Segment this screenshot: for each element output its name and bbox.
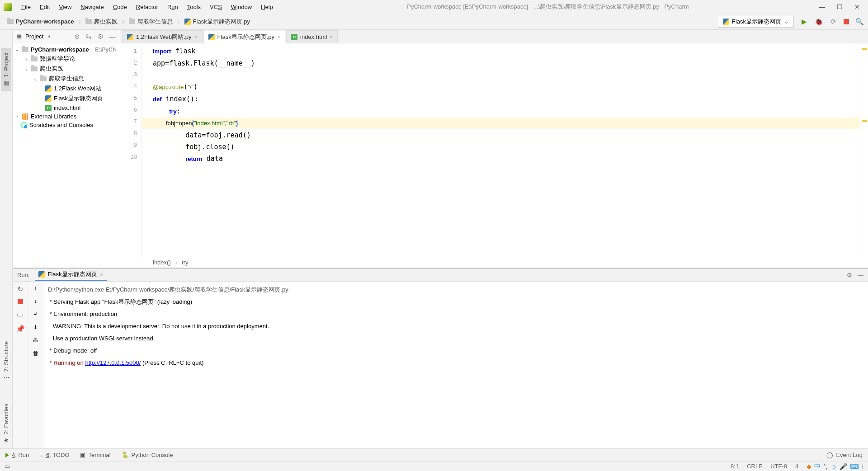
tool-tab-project[interactable]: ▦1: Project <box>1 48 11 91</box>
code-content[interactable]: import flask app=flask.Flask(__name__) @… <box>142 43 860 257</box>
run-config-label: Flask显示静态网页 <box>732 18 781 26</box>
project-panel-header: ▤ Project ▼ ⊕ ⇆ ⚙ — <box>13 30 120 43</box>
tree-scratches[interactable]: Scratches and Consoles <box>13 121 120 129</box>
warning-marker-icon[interactable] <box>862 120 867 122</box>
print-button[interactable]: 🖶 <box>33 337 38 344</box>
system-tray: ◆ 中 °, ☺ 🎤 ⌨ ⁝ <box>807 462 863 471</box>
cursor-position[interactable]: 8:1 <box>731 463 739 470</box>
up-button[interactable]: ↑ <box>34 284 37 291</box>
run-body: ↻ ▭ 📌 ↑ ↓ ⤶ ⤓ 🖶 🗑 D:\Python\python.exe E… <box>13 282 868 448</box>
editor-tab-active[interactable]: Flask显示静态网页.py× <box>203 31 285 43</box>
tray-icon[interactable]: °, <box>823 463 828 470</box>
crumb-func[interactable]: index() <box>153 259 171 266</box>
tray-icon[interactable]: 中 <box>814 462 821 471</box>
path-breadcrumbs: PyCharm-workspace › 爬虫实践 › 爬取学生信息 › Flas… <box>5 17 253 27</box>
close-icon[interactable]: × <box>277 34 280 40</box>
clear-button[interactable]: 🗑 <box>33 350 38 357</box>
crumb-block[interactable]: try <box>182 259 188 266</box>
tree-file[interactable]: Flask显示静态网页 <box>13 94 120 104</box>
pin-button[interactable]: 📌 <box>16 324 25 333</box>
error-stripe[interactable] <box>860 43 868 257</box>
settings-gear-icon[interactable]: ⚙ <box>96 33 104 41</box>
tray-icon[interactable]: ☺ <box>830 463 837 470</box>
menu-vcs[interactable]: VCS <box>206 2 226 12</box>
close-icon[interactable]: × <box>330 34 333 40</box>
menu-run[interactable]: Run <box>163 2 182 12</box>
close-button[interactable]: ✕ <box>854 3 860 10</box>
run-button[interactable]: ▶ <box>800 18 808 26</box>
warning-marker-icon[interactable] <box>862 48 867 50</box>
run-tab[interactable]: Flask显示静态网页× <box>35 269 107 281</box>
tool-tab-run[interactable]: 4: Run <box>5 452 29 458</box>
editor-tab[interactable]: 1.2Flask Web网站.py× <box>122 30 203 43</box>
python-file-icon <box>45 85 52 92</box>
hide-icon[interactable]: — <box>108 33 116 40</box>
folder-icon <box>22 47 28 52</box>
tree-folder[interactable]: ⌄爬虫实践 <box>13 64 120 74</box>
tool-tab-todo[interactable]: ≡ 6: TODO <box>40 452 69 458</box>
indent-info[interactable]: 4 <box>795 463 798 470</box>
menu-file[interactable]: File <box>17 2 35 12</box>
chevron-down-icon[interactable]: ▼ <box>47 34 51 39</box>
minimize-button[interactable]: — <box>819 3 825 10</box>
menu-code[interactable]: Code <box>109 2 131 12</box>
tree-file[interactable]: 1.2Flask Web网站 <box>13 84 120 94</box>
collapse-icon[interactable]: ⇆ <box>85 33 93 41</box>
project-tool-window: ▤ Project ▼ ⊕ ⇆ ⚙ — ⌄PyCharm-workspace E… <box>13 30 120 268</box>
tool-tab-favorites[interactable]: ★2: Favorites <box>1 399 11 448</box>
tree-root[interactable]: ⌄PyCharm-workspace E:\PyCh <box>13 45 120 54</box>
stop-button[interactable] <box>844 19 849 24</box>
menu-navigate[interactable]: Navigate <box>76 2 108 12</box>
python-file-icon <box>723 19 729 25</box>
stop-button[interactable] <box>18 299 23 304</box>
down-button[interactable]: ↓ <box>34 297 37 304</box>
debug-button[interactable]: 🐞 <box>815 18 823 26</box>
crumb-file[interactable]: Flask显示静态网页.py <box>182 17 253 27</box>
settings-gear-icon[interactable]: ⚙ <box>847 272 852 278</box>
search-everywhere-button[interactable]: 🔍 <box>855 18 863 26</box>
run-configuration-selector[interactable]: Flask显示静态网页 ⌄ <box>718 16 794 28</box>
tool-tab-python-console[interactable]: 🐍 Python Console <box>122 452 173 458</box>
tray-icon[interactable]: ⁝ <box>862 463 863 470</box>
tree-folder[interactable]: ⌄爬取学生信息 <box>13 74 120 84</box>
tree-external-libs[interactable]: ›External Libraries <box>13 112 120 121</box>
status-hint-icon[interactable]: ▭ <box>5 463 10 470</box>
menu-refactor[interactable]: Refactor <box>132 2 162 12</box>
tray-icon[interactable]: 🎤 <box>840 463 847 470</box>
close-icon[interactable]: × <box>100 271 104 278</box>
server-url-link[interactable]: http://127.0.0.1:5000/ <box>85 359 141 366</box>
tool-tab-event-log[interactable]: ◯ Event Log <box>826 452 863 458</box>
maximize-button[interactable]: ☐ <box>837 3 843 10</box>
tray-icon[interactable]: ⌨ <box>850 463 859 470</box>
layout-button[interactable]: ▭ <box>16 310 25 319</box>
tool-tab-structure[interactable]: ⋮7: Structure <box>1 337 11 386</box>
menu-tools[interactable]: Tools <box>183 2 205 12</box>
editor-body[interactable]: 12345678910 import flask app=flask.Flask… <box>120 43 868 257</box>
run-coverage-button[interactable]: ⟳ <box>829 18 837 26</box>
menu-help[interactable]: Help <box>257 2 277 12</box>
crumb-root[interactable]: PyCharm-workspace <box>5 17 77 26</box>
close-icon[interactable]: × <box>194 34 198 40</box>
line-separator[interactable]: CRLF <box>747 463 762 470</box>
crumb-2[interactable]: 爬取学生信息 <box>126 17 175 27</box>
scroll-end-button[interactable]: ⤓ <box>33 324 38 330</box>
tool-tab-terminal[interactable]: ▣ Terminal <box>80 452 110 458</box>
menu-view[interactable]: View <box>55 2 75 12</box>
tray-icon[interactable]: ◆ <box>807 463 811 470</box>
editor-tab[interactable]: Hindex.html× <box>286 30 338 43</box>
menu-window[interactable]: Window <box>227 2 256 12</box>
tree-file[interactable]: Hindex.html <box>13 104 120 112</box>
menu-edit[interactable]: Edit <box>36 2 54 12</box>
locate-icon[interactable]: ⊕ <box>73 33 81 41</box>
console-output[interactable]: D:\Python\python.exe E:/PyCharm-workspac… <box>43 282 868 448</box>
crumb-1[interactable]: 爬虫实践 <box>83 17 120 27</box>
project-panel-title: Project <box>25 33 43 40</box>
rerun-button[interactable]: ↻ <box>16 284 25 293</box>
soft-wrap-button[interactable]: ⤶ <box>33 311 38 317</box>
project-tree: ⌄PyCharm-workspace E:\PyCh ›数据科学导论 ⌄爬虫实践… <box>13 43 120 268</box>
hide-icon[interactable]: — <box>858 272 863 278</box>
project-icon: ▦ <box>3 80 9 86</box>
editor-tabs: 1.2Flask Web网站.py× Flask显示静态网页.py× Hinde… <box>120 30 868 43</box>
file-encoding[interactable]: UTF-8 <box>770 463 787 470</box>
tree-folder[interactable]: ›数据科学导论 <box>13 54 120 64</box>
